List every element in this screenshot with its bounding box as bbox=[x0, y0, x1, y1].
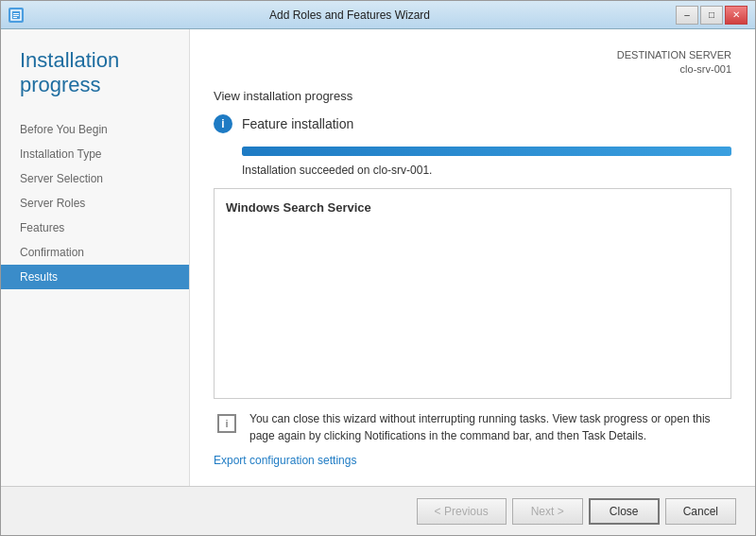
info-icon: i bbox=[214, 114, 232, 133]
app-icon bbox=[9, 8, 24, 23]
destination-server: clo-srv-001 bbox=[214, 62, 731, 77]
window-title: Add Roles and Features Wizard bbox=[24, 9, 676, 22]
sidebar-item-before-you-begin[interactable]: Before You Begin bbox=[1, 117, 189, 142]
svg-rect-1 bbox=[13, 13, 19, 14]
sidebar-item-features[interactable]: Features bbox=[1, 216, 189, 240]
success-text: Installation succeeded on clo-srv-001. bbox=[242, 164, 731, 177]
footer: < Previous Next > Close Cancel bbox=[1, 486, 755, 535]
close-window-button[interactable]: ✕ bbox=[725, 6, 747, 25]
notice-icon: i bbox=[214, 410, 240, 437]
sidebar-item-installation-type[interactable]: Installation Type bbox=[1, 142, 189, 166]
section-title: View installation progress bbox=[214, 89, 731, 103]
destination-info: DESTINATION SERVER clo-srv-001 bbox=[214, 48, 731, 78]
window: Add Roles and Features Wizard – □ ✕ Inst… bbox=[0, 0, 756, 536]
sidebar: Installation progress Before You Begin I… bbox=[1, 29, 190, 486]
notice-icon-inner: i bbox=[217, 414, 236, 433]
sidebar-item-confirmation[interactable]: Confirmation bbox=[1, 240, 189, 265]
svg-rect-2 bbox=[13, 15, 19, 16]
cancel-button[interactable]: Cancel bbox=[665, 498, 736, 525]
notice-row: i You can close this wizard without inte… bbox=[214, 410, 731, 444]
window-controls: – □ ✕ bbox=[676, 6, 747, 25]
notice-text: You can close this wizard without interr… bbox=[249, 410, 731, 444]
sidebar-item-server-selection[interactable]: Server Selection bbox=[1, 166, 189, 191]
progress-bar-container bbox=[242, 147, 731, 156]
previous-button[interactable]: < Previous bbox=[417, 498, 507, 525]
destination-label: DESTINATION SERVER bbox=[214, 48, 731, 62]
minimize-button[interactable]: – bbox=[676, 6, 698, 25]
feature-row: i Feature installation bbox=[214, 114, 731, 133]
next-button[interactable]: Next > bbox=[512, 498, 583, 525]
close-button[interactable]: Close bbox=[589, 498, 660, 525]
maximize-button[interactable]: □ bbox=[700, 6, 723, 25]
sidebar-item-server-roles[interactable]: Server Roles bbox=[1, 191, 189, 216]
export-configuration-link[interactable]: Export configuration settings bbox=[214, 454, 731, 467]
feature-label: Feature installation bbox=[242, 116, 353, 131]
main-content: Installation progress Before You Begin I… bbox=[1, 29, 755, 486]
results-box: Windows Search Service bbox=[214, 188, 731, 399]
right-panel: DESTINATION SERVER clo-srv-001 View inst… bbox=[190, 29, 755, 486]
results-item: Windows Search Service bbox=[226, 200, 719, 215]
progress-bar-fill bbox=[242, 147, 731, 156]
sidebar-item-results[interactable]: Results bbox=[1, 265, 189, 289]
svg-rect-3 bbox=[13, 17, 17, 18]
title-bar: Add Roles and Features Wizard – □ ✕ bbox=[1, 1, 755, 29]
page-title: Installation progress bbox=[1, 48, 189, 117]
